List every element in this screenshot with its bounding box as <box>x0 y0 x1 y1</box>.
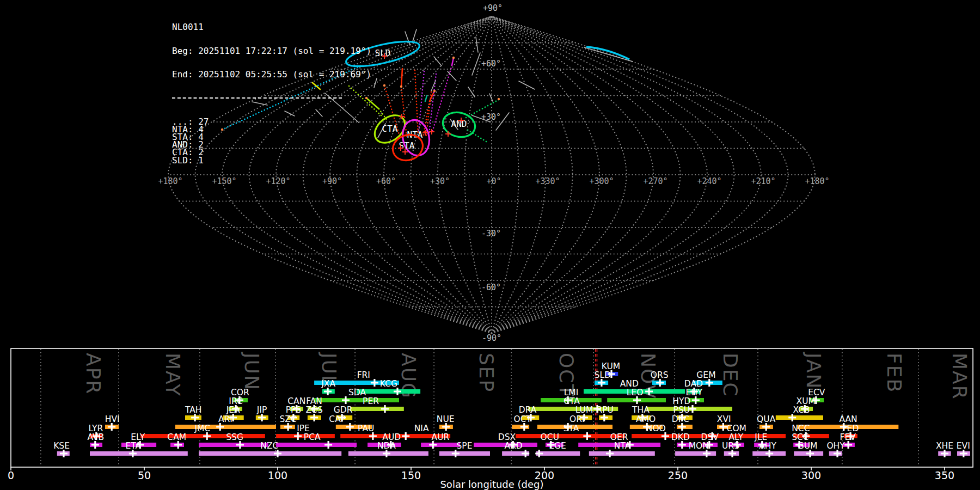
shower-label-nzc: NZC <box>260 441 278 451</box>
end-time: End: 20251102 05:25:55 (sol = 219.69°) <box>172 71 371 79</box>
trail-tip-dot <box>498 98 500 100</box>
count-line: SLD: 1 <box>172 157 371 164</box>
axis-title: Solar longitude (deg) <box>440 479 543 490</box>
radiant-label-cta: CTA <box>382 124 398 134</box>
shower-bar-pca <box>276 443 357 447</box>
month-label-jan: JAN <box>803 352 825 390</box>
shower-peak-marker-pau <box>369 432 377 440</box>
map-lon-label: +60° <box>376 176 396 186</box>
shower-bar-xcb <box>776 415 823 420</box>
shower-peak-marker-nia <box>402 432 409 440</box>
month-label-jun: JUN <box>241 352 263 391</box>
map-lon-label: +0° <box>486 176 501 186</box>
meteor-trail <box>489 94 493 101</box>
trail-tip-dot <box>400 85 402 88</box>
shower-peak-marker-cap <box>346 423 354 431</box>
shower-count-list: ...: 27NTA: 4STA: 4AND: 2CTA: 2SLD: 1 <box>172 118 371 164</box>
shower-label-ssg: SSG <box>226 432 243 442</box>
shower-peak-marker-urs <box>728 450 736 457</box>
app-window: SLDCTANTASTAAND+90°+60°+30°-30°-60°-90°+… <box>0 0 980 490</box>
trail-tip-dot <box>383 84 385 87</box>
trail-tip-dot <box>452 57 455 59</box>
shower-label-per: PER <box>363 396 379 406</box>
axis-tick-label: 50 <box>138 469 151 481</box>
shower-bar-kcg <box>357 389 420 394</box>
trail-tip-dot <box>433 90 436 92</box>
shower-label-noo: NOO <box>646 424 666 433</box>
shower-peak-marker-avb <box>91 441 99 449</box>
shower-peak-marker-nda <box>383 450 390 457</box>
grid-meridian <box>492 16 573 333</box>
shower-peak-marker-gum <box>806 450 814 457</box>
radiant-map-and-timeline-plot: SLDCTANTASTAAND+90°+60°+30°-30°-60°-90°+… <box>0 0 980 490</box>
map-lon-label: +180° <box>805 176 829 186</box>
shower-peak-marker-pca <box>324 441 332 449</box>
month-label-apr: APR <box>82 353 105 395</box>
shower-peak-marker-ssg <box>236 441 244 449</box>
shower-peak-marker-sda <box>342 396 350 404</box>
shower-peak-marker-xcb <box>788 414 796 421</box>
shower-peak-marker-xvi <box>719 423 727 431</box>
shower-bar-nzc <box>199 451 341 456</box>
shower-peak-marker-oct <box>520 423 528 431</box>
meteor-trail <box>425 96 427 101</box>
shower-label-fri: FRI <box>357 370 370 380</box>
shower-label-urs: URS <box>722 441 739 451</box>
shower-label-oct: OCT <box>514 414 532 424</box>
shower-label-cam: CAM <box>167 432 186 442</box>
shower-peak-marker-noo <box>661 432 669 440</box>
map-lat-label: +90° <box>483 3 503 13</box>
shower-label-lum: LUM <box>575 405 593 415</box>
shower-peak-marker-fri <box>371 379 378 387</box>
shower-label-eta: ETA <box>126 441 142 451</box>
shower-peak-marker-ahy <box>765 450 773 457</box>
shower-peak-marker-eta <box>129 450 137 457</box>
shower-bar-sta <box>516 434 625 438</box>
shower-label-kse: KSE <box>53 441 70 451</box>
shower-label-ege: EGE <box>549 441 566 451</box>
shower-peak-marker-fev <box>844 441 852 449</box>
shower-peak-marker-jxa <box>324 388 332 395</box>
shower-label-sta: STA <box>564 424 579 433</box>
shower-peak-marker-dkd <box>678 441 686 449</box>
shower-peak-marker-ipe <box>294 432 302 440</box>
shower-peak-marker-ohy <box>834 450 841 457</box>
shower-label-mon: MON <box>689 441 709 451</box>
meteor-trail <box>584 47 633 62</box>
shower-label-pca: PCA <box>304 432 321 442</box>
axis-tick-label: 150 <box>401 469 421 481</box>
shower-label-ohy: OHY <box>826 441 845 451</box>
shower-label-dkd: DKD <box>671 432 690 442</box>
shower-label-pau: PAU <box>358 424 374 433</box>
map-lon-label: +210° <box>751 176 775 186</box>
month-label-mar: MAR <box>948 353 971 400</box>
month-label-feb: FEB <box>883 353 905 393</box>
shower-label-gum: GUM <box>798 441 818 451</box>
shower-label-tha: THA <box>632 405 650 415</box>
shower-peak-marker-kse <box>60 450 68 457</box>
shower-label-dpc: DPC <box>672 414 689 424</box>
station-id: NL0011 <box>172 23 371 32</box>
map-lat-label: -60° <box>481 283 501 292</box>
shower-label-rpu: RPU <box>596 405 613 415</box>
month-label-may: MAY <box>162 353 184 397</box>
axis-tick-label: 250 <box>668 469 688 481</box>
shower-label-evi: EVI <box>957 441 970 451</box>
shower-peak-marker-cam <box>174 441 182 449</box>
radiant-arc <box>586 47 629 59</box>
shower-bar-per <box>350 407 404 411</box>
shower-bar-spe <box>439 451 490 456</box>
shower-peak-marker-mon <box>703 450 710 457</box>
map-lon-label: +240° <box>697 176 721 186</box>
shower-peak-marker-ard <box>522 450 529 457</box>
shower-bar-jmc <box>140 434 265 438</box>
shower-label-nue: NUE <box>437 414 455 424</box>
shower-peak-marker-per <box>381 405 389 413</box>
map-lat-label: -90° <box>482 333 501 343</box>
shower-peak-marker-nzc <box>274 450 281 457</box>
shower-label-ard: ARD <box>505 441 523 451</box>
shower-label-qua: QUA <box>757 414 776 424</box>
shower-label-pps: PPS <box>286 405 302 415</box>
shower-peak-marker-zcs <box>310 414 318 421</box>
shower-label-jea: JEA <box>226 405 240 415</box>
